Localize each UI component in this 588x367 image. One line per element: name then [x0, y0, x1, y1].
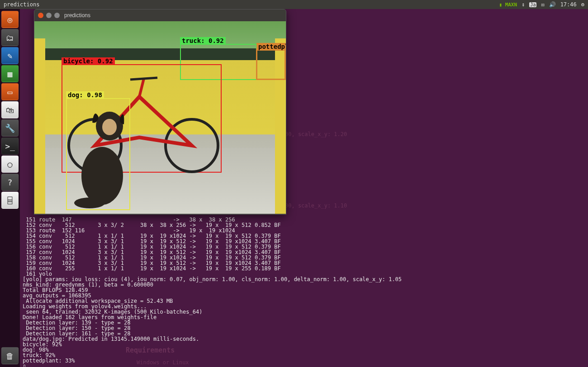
svg-point-7: [74, 198, 105, 208]
launcher-files[interactable]: 🗂: [1, 29, 19, 46]
bbox-label: bicycle: 0.92: [62, 57, 115, 65]
maximize-icon[interactable]: [54, 13, 60, 18]
launcher-terminal[interactable]: >_: [1, 137, 19, 155]
top-menu-bar: predictions ▮ MAXN ↕ Ja ✉ 🔊 17:46 ⚙: [0, 0, 588, 9]
clock[interactable]: 17:46: [560, 1, 577, 8]
launcher-software[interactable]: 🛍: [1, 101, 19, 118]
unity-launcher: ◎ 🗂 ✎ ▦ ▭ 🛍 🔧 >_ ◯ ? ⌸ 🗑: [0, 9, 20, 367]
svg-point-6: [102, 119, 117, 135]
svg-line-3: [130, 78, 157, 80]
dog-shape: [67, 99, 131, 211]
menu-app-title: predictions: [4, 1, 39, 8]
power-icon[interactable]: ⚙: [581, 1, 584, 8]
bbox-pottedplant: pottedpla: [256, 49, 286, 80]
launcher-chromium[interactable]: ◯: [1, 155, 19, 173]
svg-point-4: [81, 147, 123, 205]
bbox-dog: dog: 0.98: [66, 98, 130, 210]
prediction-image: truck: 0.92 pottedpla bicycle: 0.92 dog:…: [34, 21, 286, 214]
launcher-trash[interactable]: 🗑: [1, 347, 19, 364]
lang-indicator[interactable]: Ja: [529, 2, 536, 7]
close-icon[interactable]: [38, 13, 43, 18]
window-title: predictions: [64, 12, 90, 19]
launcher-search[interactable]: ◎: [1, 11, 19, 28]
minimize-icon[interactable]: [46, 13, 52, 18]
launcher-devices[interactable]: ⌸: [1, 192, 19, 209]
network-icon[interactable]: ↕: [522, 1, 525, 8]
bbox-label: pottedpla: [256, 43, 286, 50]
launcher-help[interactable]: ?: [1, 174, 19, 191]
predictions-window[interactable]: predictions truck: 0.92 pottedpla bicycl…: [34, 9, 286, 215]
launcher-settings[interactable]: 🔧: [1, 119, 19, 136]
bbox-label: truck: 0.92: [180, 37, 226, 44]
launcher-impress[interactable]: ▭: [1, 83, 19, 100]
launcher-calc[interactable]: ▦: [1, 65, 19, 82]
sound-icon[interactable]: 🔊: [549, 1, 556, 8]
svg-line-2: [139, 79, 144, 97]
nvidia-indicator[interactable]: ▮ MAXN: [499, 2, 517, 8]
bbox-label: dog: 0.98: [66, 91, 104, 99]
window-titlebar[interactable]: predictions: [34, 9, 286, 21]
mail-icon[interactable]: ✉: [541, 1, 544, 8]
launcher-writer[interactable]: ✎: [1, 47, 19, 64]
